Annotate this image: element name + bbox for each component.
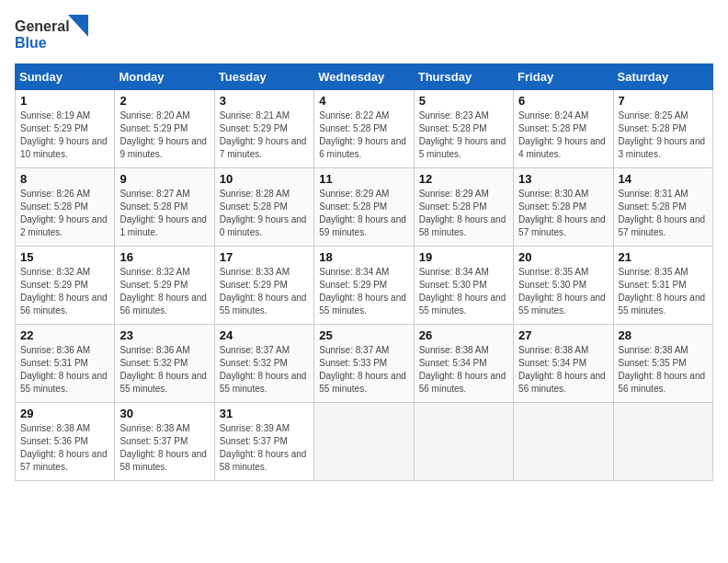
svg-text:Blue: Blue xyxy=(15,35,47,51)
day-number: 6 xyxy=(518,94,608,108)
calendar-cell: 3 Sunrise: 8:21 AM Sunset: 5:29 PM Dayli… xyxy=(214,90,313,168)
calendar-cell: 29 Sunrise: 8:38 AM Sunset: 5:36 PM Dayl… xyxy=(16,403,115,481)
day-info: Sunrise: 8:29 AM Sunset: 5:28 PM Dayligh… xyxy=(419,188,508,239)
day-number: 24 xyxy=(220,328,309,342)
day-number: 22 xyxy=(20,328,109,342)
weekday-header-saturday: Saturday xyxy=(613,64,712,90)
day-info: Sunrise: 8:26 AM Sunset: 5:28 PM Dayligh… xyxy=(20,188,109,239)
day-info: Sunrise: 8:38 AM Sunset: 5:36 PM Dayligh… xyxy=(20,422,109,474)
day-number: 9 xyxy=(119,172,209,186)
calendar-cell: 5 Sunrise: 8:23 AM Sunset: 5:28 PM Dayli… xyxy=(414,90,513,168)
calendar-cell: 27 Sunrise: 8:38 AM Sunset: 5:34 PM Dayl… xyxy=(514,325,613,403)
weekday-header-wednesday: Wednesday xyxy=(314,64,414,90)
weekday-header-monday: Monday xyxy=(115,64,214,90)
day-number: 27 xyxy=(518,328,608,342)
day-info: Sunrise: 8:27 AM Sunset: 5:28 PM Dayligh… xyxy=(119,188,209,239)
calendar-cell: 1 Sunrise: 8:19 AM Sunset: 5:29 PM Dayli… xyxy=(16,90,115,168)
day-number: 3 xyxy=(220,94,309,108)
day-number: 15 xyxy=(20,250,109,264)
day-number: 1 xyxy=(20,94,109,108)
calendar-cell: 17 Sunrise: 8:33 AM Sunset: 5:29 PM Dayl… xyxy=(214,247,313,325)
calendar-week-row: 22 Sunrise: 8:36 AM Sunset: 5:31 PM Dayl… xyxy=(16,325,713,403)
day-number: 29 xyxy=(20,407,109,420)
calendar-week-row: 1 Sunrise: 8:19 AM Sunset: 5:29 PM Dayli… xyxy=(16,90,713,168)
calendar-cell: 23 Sunrise: 8:36 AM Sunset: 5:32 PM Dayl… xyxy=(115,325,214,403)
day-info: Sunrise: 8:36 AM Sunset: 5:32 PM Dayligh… xyxy=(119,344,209,396)
calendar-cell: 16 Sunrise: 8:32 AM Sunset: 5:29 PM Dayl… xyxy=(115,247,214,325)
calendar-cell: 24 Sunrise: 8:37 AM Sunset: 5:32 PM Dayl… xyxy=(214,325,313,403)
logo: GeneralBlue xyxy=(15,15,88,56)
weekday-header-tuesday: Tuesday xyxy=(214,64,313,90)
day-info: Sunrise: 8:36 AM Sunset: 5:31 PM Dayligh… xyxy=(20,344,109,396)
day-info: Sunrise: 8:34 AM Sunset: 5:30 PM Dayligh… xyxy=(419,266,508,317)
day-info: Sunrise: 8:32 AM Sunset: 5:29 PM Dayligh… xyxy=(20,266,109,317)
day-number: 10 xyxy=(220,172,309,186)
day-info: Sunrise: 8:22 AM Sunset: 5:28 PM Dayligh… xyxy=(319,109,408,161)
calendar-cell: 30 Sunrise: 8:38 AM Sunset: 5:37 PM Dayl… xyxy=(115,403,214,481)
svg-text:General: General xyxy=(15,18,70,34)
day-number: 26 xyxy=(419,328,508,342)
calendar-cell: 8 Sunrise: 8:26 AM Sunset: 5:28 PM Dayli… xyxy=(16,168,115,247)
day-number: 21 xyxy=(619,250,708,264)
day-info: Sunrise: 8:31 AM Sunset: 5:28 PM Dayligh… xyxy=(619,188,708,239)
day-number: 18 xyxy=(319,250,408,264)
calendar-cell: 28 Sunrise: 8:38 AM Sunset: 5:35 PM Dayl… xyxy=(613,325,712,403)
weekday-header-friday: Friday xyxy=(514,64,613,90)
day-number: 8 xyxy=(20,172,109,186)
day-number: 12 xyxy=(419,172,508,186)
calendar-cell: 2 Sunrise: 8:20 AM Sunset: 5:29 PM Dayli… xyxy=(115,90,214,168)
calendar-cell xyxy=(414,403,513,481)
calendar-cell xyxy=(514,403,613,481)
weekday-header-row: SundayMondayTuesdayWednesdayThursdayFrid… xyxy=(16,64,713,90)
day-info: Sunrise: 8:29 AM Sunset: 5:28 PM Dayligh… xyxy=(319,188,408,239)
day-number: 25 xyxy=(319,328,408,342)
calendar-cell: 11 Sunrise: 8:29 AM Sunset: 5:28 PM Dayl… xyxy=(314,168,414,247)
day-number: 17 xyxy=(220,250,309,264)
day-info: Sunrise: 8:33 AM Sunset: 5:29 PM Dayligh… xyxy=(220,266,309,317)
day-number: 2 xyxy=(119,94,209,108)
calendar-cell: 31 Sunrise: 8:39 AM Sunset: 5:37 PM Dayl… xyxy=(214,403,313,481)
day-number: 30 xyxy=(119,407,209,420)
day-info: Sunrise: 8:38 AM Sunset: 5:37 PM Dayligh… xyxy=(119,422,209,474)
day-info: Sunrise: 8:19 AM Sunset: 5:29 PM Dayligh… xyxy=(20,109,109,161)
day-number: 7 xyxy=(619,94,708,108)
calendar-cell: 10 Sunrise: 8:28 AM Sunset: 5:28 PM Dayl… xyxy=(214,168,313,247)
calendar-week-row: 15 Sunrise: 8:32 AM Sunset: 5:29 PM Dayl… xyxy=(16,247,713,325)
day-number: 14 xyxy=(619,172,708,186)
day-number: 28 xyxy=(619,328,708,342)
day-number: 11 xyxy=(319,172,408,186)
calendar-cell: 6 Sunrise: 8:24 AM Sunset: 5:28 PM Dayli… xyxy=(514,90,613,168)
day-info: Sunrise: 8:35 AM Sunset: 5:30 PM Dayligh… xyxy=(518,266,608,317)
day-info: Sunrise: 8:38 AM Sunset: 5:35 PM Dayligh… xyxy=(619,344,708,396)
calendar-table: SundayMondayTuesdayWednesdayThursdayFrid… xyxy=(15,63,713,481)
calendar-cell: 7 Sunrise: 8:25 AM Sunset: 5:28 PM Dayli… xyxy=(613,90,712,168)
calendar-cell: 14 Sunrise: 8:31 AM Sunset: 5:28 PM Dayl… xyxy=(613,168,712,247)
day-number: 23 xyxy=(119,328,209,342)
day-number: 13 xyxy=(518,172,608,186)
day-info: Sunrise: 8:30 AM Sunset: 5:28 PM Dayligh… xyxy=(518,188,608,239)
calendar-cell xyxy=(314,403,414,481)
day-number: 20 xyxy=(518,250,608,264)
calendar-cell: 22 Sunrise: 8:36 AM Sunset: 5:31 PM Dayl… xyxy=(16,325,115,403)
day-info: Sunrise: 8:39 AM Sunset: 5:37 PM Dayligh… xyxy=(220,422,309,474)
calendar-cell: 25 Sunrise: 8:37 AM Sunset: 5:33 PM Dayl… xyxy=(314,325,414,403)
calendar-cell xyxy=(613,403,712,481)
calendar-cell: 21 Sunrise: 8:35 AM Sunset: 5:31 PM Dayl… xyxy=(613,247,712,325)
page-header: GeneralBlue xyxy=(15,15,713,56)
calendar-cell: 9 Sunrise: 8:27 AM Sunset: 5:28 PM Dayli… xyxy=(115,168,214,247)
day-info: Sunrise: 8:24 AM Sunset: 5:28 PM Dayligh… xyxy=(518,109,608,161)
day-number: 31 xyxy=(220,407,309,420)
calendar-cell: 13 Sunrise: 8:30 AM Sunset: 5:28 PM Dayl… xyxy=(514,168,613,247)
weekday-header-sunday: Sunday xyxy=(16,64,115,90)
day-number: 4 xyxy=(319,94,408,108)
day-info: Sunrise: 8:34 AM Sunset: 5:29 PM Dayligh… xyxy=(319,266,408,317)
day-info: Sunrise: 8:37 AM Sunset: 5:33 PM Dayligh… xyxy=(319,344,408,396)
logo-svg: GeneralBlue xyxy=(15,15,88,56)
calendar-week-row: 29 Sunrise: 8:38 AM Sunset: 5:36 PM Dayl… xyxy=(16,403,713,481)
calendar-cell: 18 Sunrise: 8:34 AM Sunset: 5:29 PM Dayl… xyxy=(314,247,414,325)
day-info: Sunrise: 8:28 AM Sunset: 5:28 PM Dayligh… xyxy=(220,188,309,239)
calendar-cell: 26 Sunrise: 8:38 AM Sunset: 5:34 PM Dayl… xyxy=(414,325,513,403)
day-info: Sunrise: 8:21 AM Sunset: 5:29 PM Dayligh… xyxy=(220,109,309,161)
day-number: 19 xyxy=(419,250,508,264)
day-info: Sunrise: 8:38 AM Sunset: 5:34 PM Dayligh… xyxy=(518,344,608,396)
